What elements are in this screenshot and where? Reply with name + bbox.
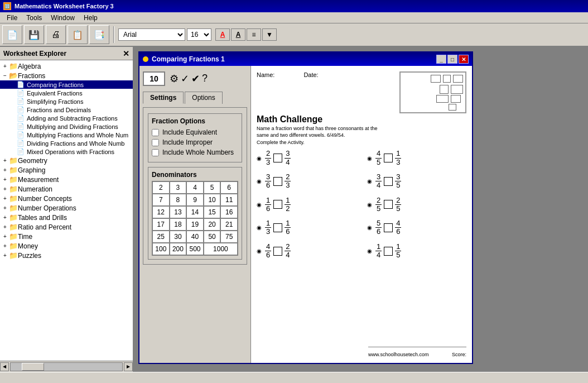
menu-file[interactable]: File [2, 13, 22, 22]
copy-button[interactable]: 📑 [89, 25, 109, 44]
expand-tables-drills[interactable]: + [1, 214, 9, 222]
dropdown-button[interactable]: ▼ [262, 28, 277, 41]
worksheet-count[interactable]: 10 [143, 71, 165, 86]
denom-3[interactable]: 3 [170, 181, 187, 194]
scroll-left[interactable]: ◀ [0, 362, 9, 371]
title-bar: 🔢 Mathematics Worksheet Factory 3 [0, 0, 588, 12]
print-button[interactable]: 🖨 [46, 25, 66, 44]
denom-1000[interactable]: 1000 [204, 243, 238, 255]
size-selector[interactable]: 16 [187, 28, 211, 41]
expand-number-concepts[interactable]: + [1, 195, 9, 203]
denom-2[interactable]: 2 [152, 181, 170, 194]
denom-4[interactable]: 4 [186, 181, 204, 194]
check-icon-2[interactable]: ✔ [191, 73, 200, 85]
minimize-button[interactable]: _ [436, 55, 446, 64]
expand-geometry[interactable]: + [1, 157, 9, 165]
tree-item-geometry[interactable]: + 📁 Geometry [0, 156, 133, 165]
denom-17[interactable]: 17 [152, 218, 170, 231]
denom-200[interactable]: 200 [170, 243, 187, 255]
tab-settings[interactable]: Settings [143, 92, 184, 104]
denom-100[interactable]: 100 [152, 243, 170, 255]
save-button[interactable]: 💾 [24, 25, 44, 44]
expand-money[interactable]: + [1, 242, 9, 250]
bullet-2: ◉ [367, 155, 372, 161]
denom-9[interactable]: 9 [186, 194, 204, 206]
menu-window[interactable]: Window [46, 13, 79, 22]
explorer-close-button[interactable]: ✕ [123, 49, 129, 58]
denom-18[interactable]: 18 [170, 218, 187, 231]
denom-13[interactable]: 13 [170, 206, 187, 218]
checkbox-include-equivalent[interactable] [152, 129, 159, 136]
denom-20[interactable]: 20 [204, 218, 221, 231]
font-color-button[interactable]: A [215, 28, 230, 41]
tree-item-tables-drills[interactable]: + 📁 Tables and Drills [0, 213, 133, 222]
denom-50[interactable]: 50 [204, 231, 221, 243]
tree-item-algebra[interactable]: + 📁 Algebra [0, 61, 133, 71]
new-button[interactable]: 📄 [2, 25, 22, 44]
denom-500[interactable]: 500 [186, 243, 204, 255]
tree-subitem-div-whole[interactable]: 📄 Dividing Fractions and Whole Numb [0, 139, 133, 147]
denom-6[interactable]: 6 [220, 181, 238, 194]
denom-25[interactable]: 25 [152, 231, 170, 243]
tree-subitem-mixed[interactable]: 📄 Mixed Operations with Fractions [0, 147, 133, 156]
scroll-right[interactable]: ▶ [124, 362, 133, 371]
denom-8[interactable]: 8 [170, 194, 187, 206]
highlight-button[interactable]: A [231, 28, 245, 41]
tree-subitem-simplifying[interactable]: 📄 Simplifying Fractions [0, 97, 133, 106]
expand-measurement[interactable]: + [1, 176, 9, 184]
tree-item-number-operations[interactable]: + 📁 Number Operations [0, 203, 133, 213]
denom-75[interactable]: 75 [220, 231, 238, 243]
expand-fractions[interactable]: − [1, 72, 9, 80]
tree-item-fractions[interactable]: − 📂 Fractions [0, 71, 133, 80]
denom-15[interactable]: 15 [204, 206, 221, 218]
denom-19[interactable]: 19 [186, 218, 204, 231]
tree-item-number-concepts[interactable]: + 📁 Number Concepts [0, 194, 133, 203]
tree-item-puzzles[interactable]: + 📁 Puzzles [0, 251, 133, 260]
denom-21[interactable]: 21 [220, 218, 238, 231]
denom-30[interactable]: 30 [170, 231, 187, 243]
tree-subitem-adding[interactable]: 📄 Adding and Subtracting Fractions [0, 114, 133, 122]
denom-11[interactable]: 11 [220, 194, 238, 206]
tree-subitem-mult-whole[interactable]: 📄 Multiplying Fractions and Whole Num [0, 131, 133, 139]
checkbox-include-improper[interactable] [152, 139, 159, 146]
tree-label-tables-drills: Tables and Drills [18, 214, 67, 222]
scroll-thumb[interactable] [22, 363, 44, 371]
tree-subitem-mult-div[interactable]: 📄 Multiplying and Dividing Fractions [0, 122, 133, 131]
denom-7[interactable]: 7 [152, 194, 170, 206]
denom-10[interactable]: 10 [204, 194, 221, 206]
help-icon[interactable]: ? [202, 73, 208, 85]
denom-12[interactable]: 12 [152, 206, 170, 218]
expand-numeration[interactable]: + [1, 185, 9, 193]
tree-item-numeration[interactable]: + 📁 Numeration [0, 184, 133, 194]
tree-item-ratio[interactable]: + 📁 Ratio and Percent [0, 222, 133, 232]
expand-ratio[interactable]: + [1, 223, 9, 231]
maximize-button[interactable]: □ [447, 55, 457, 64]
tree-item-graphing[interactable]: + 📁 Graphing [0, 165, 133, 175]
expand-time[interactable]: + [1, 233, 9, 241]
denom-40[interactable]: 40 [186, 231, 204, 243]
align-button[interactable]: ≡ [247, 28, 261, 41]
tree-subitem-equivalent[interactable]: 📄 Equivalent Fractions [0, 89, 133, 97]
font-selector[interactable]: Arial [118, 28, 185, 41]
expand-number-operations[interactable]: + [1, 204, 9, 212]
tree-subitem-comparing[interactable]: 📄 Comparing Fractions [0, 80, 133, 89]
tree-item-money[interactable]: + 📁 Money [0, 241, 133, 251]
denom-16[interactable]: 16 [220, 206, 238, 218]
check-icon-1[interactable]: ✓ [181, 73, 189, 85]
expand-algebra[interactable]: + [1, 63, 9, 70]
export-button[interactable]: 📋 [68, 25, 88, 44]
denom-5[interactable]: 5 [204, 181, 221, 194]
tree-subitem-fractions-decimals[interactable]: 📄 Fractions and Decimals [0, 106, 133, 114]
frac-num-10-right: 1 [395, 243, 401, 251]
menu-help[interactable]: Help [79, 13, 102, 22]
gear-icon[interactable]: ⚙ [170, 73, 179, 85]
tree-item-measurement[interactable]: + 📁 Measurement [0, 175, 133, 184]
tree-item-time[interactable]: + 📁 Time [0, 232, 133, 241]
menu-tools[interactable]: Tools [22, 13, 46, 22]
checkbox-include-whole[interactable] [152, 149, 159, 156]
tab-options[interactable]: Options [185, 92, 222, 104]
expand-graphing[interactable]: + [1, 166, 9, 174]
expand-puzzles[interactable]: + [1, 252, 9, 260]
close-button[interactable]: ✕ [459, 55, 469, 64]
denom-14[interactable]: 14 [186, 206, 204, 218]
